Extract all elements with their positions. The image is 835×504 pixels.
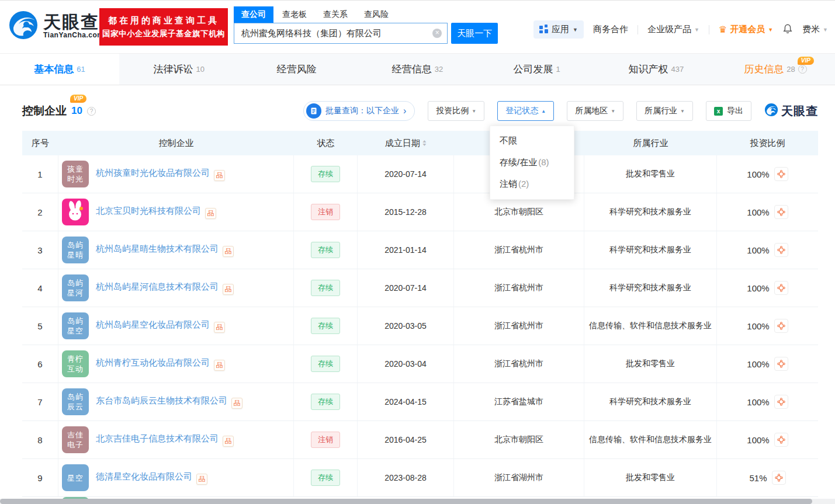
filter-industry[interactable]: 所属行业 ▼ [636,101,693,121]
column-header-company: 控制企业 [58,131,294,155]
company-logo: 青柠 互动 [62,350,89,377]
help-icon[interactable]: ? [87,107,96,116]
equity-ratio-icon[interactable] [774,319,788,333]
bell-icon [782,23,793,36]
search-tab-boss[interactable]: 查老板 [275,6,314,23]
established-date: 2020-07-14 [358,155,454,193]
equity-ratio-icon[interactable] [774,433,788,447]
scrollbar-thumb[interactable] [0,499,812,504]
tab-basic-info[interactable]: 基本信息 61 [0,54,119,85]
tab-count: 437 [671,65,684,74]
help-icon[interactable]: ? [798,65,807,74]
banner-line2: 国家中小企业发展子基金旗下机构 [99,29,228,39]
equity-ratio-icon[interactable] [774,167,788,181]
export-button[interactable]: x 导出 [706,101,751,121]
company-name-link[interactable]: 杭州孩童时光化妆品有限公司 [96,168,210,178]
equity-structure-icon[interactable]: 品 [214,170,225,181]
search-button[interactable]: 天眼一下 [451,23,498,44]
search-tab-risk[interactable]: 查风险 [356,6,396,23]
region: 北京市朝阳区 [454,421,584,458]
tab-label: 经营风险 [277,62,317,76]
region: 浙江省杭州市 [454,231,584,269]
industry: 批发和零售业 [584,459,717,496]
search-block: 查公司 查老板 查关系 查风险 × 天眼一下 [234,6,498,44]
status-badge: 存续 [311,242,340,258]
equity-ratio-icon[interactable] [774,357,788,371]
equity-structure-icon[interactable]: 品 [223,284,234,295]
equity-ratio-icon[interactable] [774,243,788,257]
company-name-link[interactable]: 东台市岛屿辰云生物技术有限公司 [96,395,227,405]
apps-button[interactable]: 应用 ▼ [533,20,584,39]
company-name-link[interactable]: 杭州岛屿星晴生物技术有限公司 [96,244,219,253]
equity-ratio-icon[interactable] [774,205,788,219]
column-header-status: 状态 [294,131,358,155]
investment-ratio: 100% [747,169,769,179]
company-name-link[interactable]: 北京吉佳电子信息技术有限公司 [96,433,219,443]
column-header-date-label: 成立日期 [385,138,420,149]
industry: 科学研究和技术服务业 [584,383,717,420]
dropdown-option-label: 注销 [500,179,517,190]
filter-region[interactable]: 所属地区 ▼ [567,101,623,121]
open-membership-button[interactable]: ♛ 开通会员 ▼ [719,24,773,35]
filter-investment-ratio[interactable]: 投资比例 ▼ [428,101,484,121]
tab-business-info[interactable]: 经营信息 32 [358,54,477,85]
company-logo [62,199,89,225]
dropdown-option-active[interactable]: 存续/在业 (8) [490,152,574,173]
equity-structure-icon[interactable]: 品 [223,246,234,257]
search-tab-relation[interactable]: 查关系 [316,6,355,23]
membership-label: 开通会员 [730,24,765,35]
tab-operational-risk[interactable]: 经营风险 [238,54,358,85]
section-count: 10 [71,105,82,117]
equity-structure-icon[interactable]: 品 [196,474,207,485]
company-logo: 岛屿 星空 [62,312,89,339]
equity-ratio-icon[interactable] [774,395,788,409]
table-row: 8 吉佳 电子 北京吉佳电子信息技术有限公司品 注销 2016-04-25 北京… [22,421,818,459]
column-header-date[interactable]: 成立日期 ▲ ▼ [358,131,454,155]
tab-intellectual-property[interactable]: 知识产权 437 [597,54,716,85]
company-name-link[interactable]: 杭州岛屿星河信息技术有限公司 [96,281,219,291]
equity-structure-icon[interactable]: 品 [214,322,225,333]
user-menu[interactable]: 费米 ▼ [802,24,828,35]
top-header: 天眼查 TianYanCha.com 都在用的商业查询工具 国家中小企业发展子基… [0,1,835,53]
banner-line1: 都在用的商业查询工具 [99,15,228,26]
top-menu: 应用 ▼ 商务合作 企业级产品 ▼ ♛ 开通会员 ▼ 费米 ▼ [533,20,828,39]
table-row: 1 孩童 时光 杭州孩童时光化妆品有限公司品 存续 2020-07-14 [22,155,818,193]
tab-company-development[interactable]: 公司发展 1 [477,54,597,85]
menu-business-cooperation[interactable]: 商务合作 [593,24,628,35]
equity-structure-icon[interactable]: 品 [231,398,242,409]
menu-enterprise-products[interactable]: 企业级产品 ▼ [647,24,699,35]
tianyancha-logo[interactable]: 天眼查 TianYanCha.com [8,10,103,43]
equity-structure-icon[interactable]: 品 [223,436,234,447]
company-name-link[interactable]: 北京宝贝时光科技有限公司 [96,206,201,215]
company-detail-tabs: 基本信息 61 法律诉讼 10 经营风险 经营信息 32 公司发展 1 知识产权… [0,53,835,85]
search-tab-company[interactable]: 查公司 [234,6,273,23]
tianyancha-watermark: 天眼查 [764,103,818,119]
company-name-link[interactable]: 杭州青柠互动化妆品有限公司 [96,357,210,367]
search-input[interactable] [234,23,448,44]
company-name-link[interactable]: 德清星空化妆品有限公司 [96,471,192,481]
established-date: 2024-04-15 [358,383,454,420]
row-number: 8 [37,435,42,445]
tab-history-info[interactable]: VIP 历史信息 28 ? [716,54,835,85]
equity-ratio-icon[interactable] [774,281,788,295]
equity-structure-icon[interactable]: 品 [214,360,225,371]
row-number: 6 [37,359,42,369]
tab-count: 32 [435,65,443,74]
table-row: 9 星空 德清星空化妆品有限公司品 存续 2023-08-28 浙江省湖州市 [22,459,818,497]
batch-query-button[interactable]: 批量查询：以下企业 › [303,101,415,121]
company-name-link[interactable]: 杭州岛屿星空化妆品有限公司 [96,319,210,329]
equity-structure-icon[interactable]: 品 [205,208,216,219]
sort-icon[interactable]: ▲ ▼ [422,140,427,147]
equity-ratio-icon[interactable] [772,471,786,485]
dropdown-option-count: (8) [538,157,549,168]
filter-registration-status[interactable]: 登记状态 ▲ [497,101,554,121]
main-content: 控制企业 VIP 10 ? 批量查询：以下企业 › 投资比例 [0,100,835,501]
row-number: 9 [37,473,42,483]
tab-legal-litigation[interactable]: 法律诉讼 10 [119,54,238,85]
established-date: 2021-01-14 [358,231,454,269]
dropdown-option-cancelled[interactable]: 注销 (2) [490,173,574,195]
logo-title: 天眼查 [43,13,103,31]
dropdown-option-all[interactable]: 不限 [490,130,574,152]
company-logo: 岛屿 星河 [62,274,89,301]
notifications-bell[interactable] [782,23,793,36]
